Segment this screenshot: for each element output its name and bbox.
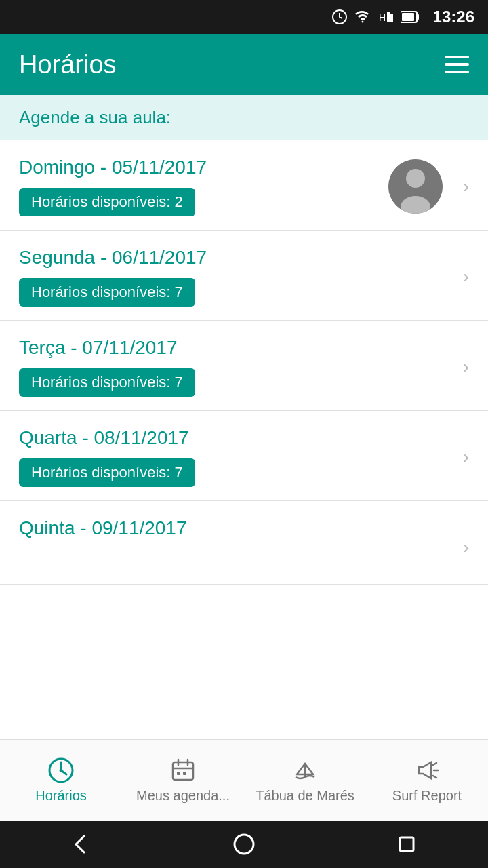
date-label-3: Terça - 07/11/2017 bbox=[19, 337, 456, 359]
date-label-5: Quinta - 09/11/2017 bbox=[19, 517, 456, 539]
nav-item-surf[interactable]: Surf Report bbox=[366, 757, 488, 804]
toolbar: Horários bbox=[0, 34, 488, 95]
signal-icon: H bbox=[378, 9, 394, 25]
svg-rect-26 bbox=[400, 837, 413, 851]
schedule-item-5[interactable]: Quinta - 09/11/2017 Horários disponíveis… bbox=[0, 501, 488, 585]
svg-point-1 bbox=[361, 21, 363, 23]
back-button[interactable] bbox=[61, 824, 102, 865]
nav-label-surf: Surf Report bbox=[392, 788, 462, 804]
status-icons: H 13:26 bbox=[331, 7, 474, 26]
megaphone-icon bbox=[413, 757, 441, 784]
boat-icon bbox=[291, 757, 319, 784]
menu-button[interactable] bbox=[445, 56, 469, 73]
nav-label-agenda: Meus agenda... bbox=[136, 788, 230, 804]
calendar-icon bbox=[169, 757, 197, 784]
page-title: Horários bbox=[19, 50, 117, 79]
back-icon bbox=[69, 832, 94, 856]
avatar-image bbox=[388, 159, 443, 214]
svg-rect-3 bbox=[387, 12, 390, 22]
nav-item-tabua[interactable]: Tábua de Marés bbox=[244, 757, 366, 804]
svg-rect-4 bbox=[390, 14, 393, 22]
svg-point-9 bbox=[406, 169, 425, 188]
chevron-icon-2: › bbox=[463, 266, 469, 288]
battery-icon bbox=[401, 11, 420, 23]
bottom-navigation: Horários Meus agenda... Tábua de Marés bbox=[0, 739, 488, 821]
badge-1: Horários disponíveis: 2 bbox=[19, 188, 195, 216]
svg-point-25 bbox=[235, 835, 253, 854]
chevron-icon-1: › bbox=[463, 176, 469, 197]
badge-2: Horários disponíveis: 7 bbox=[19, 278, 195, 307]
svg-rect-6 bbox=[417, 14, 419, 20]
svg-point-14 bbox=[60, 769, 63, 772]
nav-item-agenda[interactable]: Meus agenda... bbox=[122, 757, 244, 804]
recents-icon bbox=[394, 832, 419, 856]
badge-3: Horários disponíveis: 7 bbox=[19, 368, 195, 397]
clock-icon bbox=[47, 757, 75, 784]
system-bar bbox=[0, 821, 488, 868]
status-bar: H 13:26 bbox=[0, 0, 488, 34]
schedule-list: Domingo - 05/11/2017 Horários disponívei… bbox=[0, 140, 488, 585]
date-label-1: Domingo - 05/11/2017 bbox=[19, 157, 388, 178]
home-button[interactable] bbox=[224, 824, 264, 865]
schedule-item-3[interactable]: Terça - 07/11/2017 Horários disponíveis:… bbox=[0, 321, 488, 411]
alarm-icon bbox=[331, 9, 348, 25]
badge-4: Horários disponíveis: 7 bbox=[19, 458, 195, 487]
schedule-banner: Agende a sua aula: bbox=[0, 95, 488, 140]
schedule-item-2[interactable]: Segunda - 06/11/2017 Horários disponívei… bbox=[0, 231, 488, 321]
wifi-icon bbox=[354, 9, 371, 25]
svg-rect-7 bbox=[402, 13, 414, 21]
svg-line-22 bbox=[433, 763, 436, 765]
svg-rect-19 bbox=[177, 772, 180, 775]
home-icon bbox=[232, 832, 256, 856]
date-label-2: Segunda - 06/11/2017 bbox=[19, 247, 456, 269]
nav-label-tabua: Tábua de Marés bbox=[256, 788, 354, 804]
schedule-item-1[interactable]: Domingo - 05/11/2017 Horários disponívei… bbox=[0, 140, 488, 231]
date-label-4: Quarta - 08/11/2017 bbox=[19, 427, 456, 449]
recents-button[interactable] bbox=[386, 824, 427, 865]
schedule-item-4[interactable]: Quarta - 08/11/2017 Horários disponíveis… bbox=[0, 411, 488, 501]
svg-rect-20 bbox=[183, 772, 186, 775]
banner-text: Agende a sua aula: bbox=[19, 107, 171, 127]
svg-line-24 bbox=[433, 776, 436, 778]
chevron-icon-3: › bbox=[463, 356, 469, 378]
instructor-avatar bbox=[388, 159, 443, 214]
time-display: 13:26 bbox=[433, 7, 474, 26]
svg-text:H: H bbox=[379, 12, 386, 23]
nav-label-horarios: Horários bbox=[35, 788, 87, 804]
chevron-icon-5: › bbox=[463, 536, 469, 558]
chevron-icon-4: › bbox=[463, 446, 469, 468]
nav-item-horarios[interactable]: Horários bbox=[0, 757, 122, 804]
svg-rect-15 bbox=[173, 762, 193, 780]
